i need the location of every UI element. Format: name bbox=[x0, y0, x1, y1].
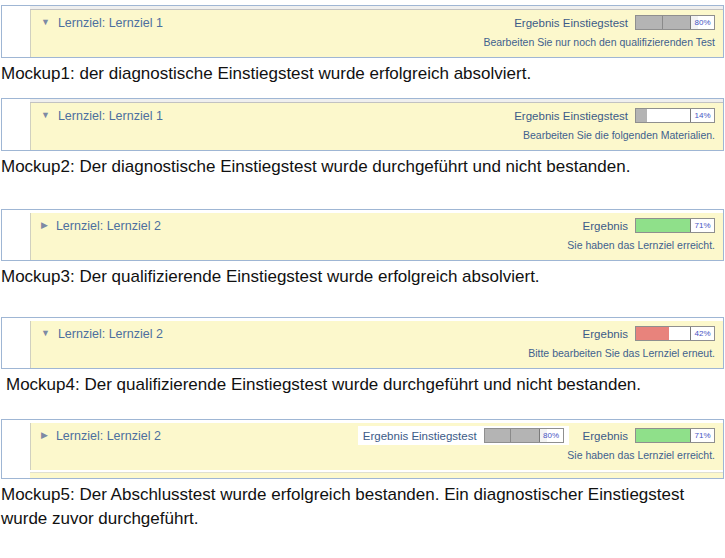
expand-triangle-icon[interactable]: ▶ bbox=[41, 431, 48, 440]
lernziel-header-row: ▼ Lernziel: Lernziel 1 Ergebnis Einstieg… bbox=[41, 106, 715, 125]
lernziel-panel-2: ▼ Lernziel: Lernziel 1 Ergebnis Einstieg… bbox=[1, 98, 724, 151]
lernziel-row: ▼ Lernziel: Lernziel 1 Ergebnis Einstieg… bbox=[30, 103, 723, 150]
result-bar-group: Ergebnis 71% bbox=[583, 428, 715, 443]
lernziel-header-row: ▼ Lernziel: Lernziel 1 Ergebnis Einstieg… bbox=[41, 13, 715, 32]
progress-value: 42% bbox=[690, 327, 714, 340]
lernziel-panel-3: ▶ Lernziel: Lernziel 2 Ergebnis 71% Sie … bbox=[1, 209, 724, 261]
mockup-caption: Mockup3: Der qualifizierende Einstiegste… bbox=[1, 265, 703, 289]
lernziel-title-link[interactable]: Lernziel: Lernziel 1 bbox=[58, 16, 163, 30]
expand-triangle-icon[interactable]: ▼ bbox=[41, 111, 50, 120]
lernziel-header-row: ▼ Lernziel: Lernziel 2 Ergebnis 42% bbox=[41, 324, 715, 343]
lernziel-title-link[interactable]: Lernziel: Lernziel 2 bbox=[56, 219, 161, 233]
status-message: Sie haben das Lernziel erreicht. bbox=[41, 449, 715, 462]
progress-fill bbox=[636, 109, 647, 122]
progress-bar: 71% bbox=[635, 428, 715, 443]
einstiegstest-bar-group: Ergebnis Einstiegstest 80% bbox=[358, 426, 569, 445]
lernziel-row: ▶ Lernziel: Lernziel 2 Ergebnis Einstieg… bbox=[30, 423, 723, 470]
lernziel-panel-1: ▼ Lernziel: Lernziel 1 Ergebnis Einstieg… bbox=[1, 5, 724, 58]
result-bar-group: Ergebnis Einstiegstest 14% bbox=[514, 108, 715, 123]
expand-triangle-icon[interactable]: ▶ bbox=[41, 221, 48, 230]
progress-fill bbox=[636, 327, 669, 340]
result-bar-group: Ergebnis Einstiegstest 80% bbox=[514, 15, 715, 30]
progress-bar: 14% bbox=[635, 108, 715, 123]
lernziel-header-row: ▶ Lernziel: Lernziel 2 Ergebnis Einstieg… bbox=[41, 426, 715, 445]
progress-bar: 71% bbox=[635, 218, 715, 233]
threshold-marker bbox=[662, 16, 663, 29]
mockup-caption: Mockup1: der diagnostische Einstiegstest… bbox=[1, 62, 703, 86]
status-message: Bitte bearbeiten Sie das Lernziel erneut… bbox=[41, 347, 715, 360]
lernziel-title-link[interactable]: Lernziel: Lernziel 2 bbox=[56, 429, 161, 443]
progress-bar: 42% bbox=[635, 326, 715, 341]
lernziel-header-row: ▶ Lernziel: Lernziel 2 Ergebnis 71% bbox=[41, 216, 715, 235]
result-label: Ergebnis bbox=[583, 430, 628, 442]
lernziel-row: ▼ Lernziel: Lernziel 1 Ergebnis Einstieg… bbox=[30, 10, 723, 57]
lernziel-row: ▼ Lernziel: Lernziel 2 Ergebnis 42% Bitt… bbox=[30, 321, 723, 368]
status-message: Sie haben das Lernziel erreicht. bbox=[41, 239, 715, 252]
result-label: Ergebnis Einstiegstest bbox=[363, 430, 477, 442]
lernziel-title-link[interactable]: Lernziel: Lernziel 2 bbox=[58, 327, 163, 341]
lernziel-panel-5: ▶ Lernziel: Lernziel 2 Ergebnis Einstieg… bbox=[1, 419, 724, 479]
crop-sliver bbox=[30, 472, 723, 478]
progress-fill bbox=[636, 429, 691, 442]
result-label: Ergebnis bbox=[583, 328, 628, 340]
status-message: Bearbeiten Sie die folgenden Materialien… bbox=[41, 129, 715, 142]
result-bar-group: Ergebnis 71% bbox=[583, 218, 715, 233]
result-label: Ergebnis Einstiegstest bbox=[514, 110, 628, 122]
lernziel-title-link[interactable]: Lernziel: Lernziel 1 bbox=[58, 109, 163, 123]
progress-value: 80% bbox=[690, 16, 714, 29]
result-label: Ergebnis Einstiegstest bbox=[514, 17, 628, 29]
progress-value: 14% bbox=[690, 109, 714, 122]
progress-value: 80% bbox=[539, 429, 563, 442]
document-page: ▼ Lernziel: Lernziel 1 Ergebnis Einstieg… bbox=[0, 0, 725, 531]
lernziel-panel-4: ▼ Lernziel: Lernziel 2 Ergebnis 42% Bitt… bbox=[1, 317, 724, 369]
expand-triangle-icon[interactable]: ▼ bbox=[41, 329, 50, 338]
threshold-marker bbox=[510, 429, 511, 442]
mockup-caption: Mockup5: Der Abschlusstest wurde erfolgr… bbox=[1, 483, 703, 531]
expand-triangle-icon[interactable]: ▼ bbox=[41, 18, 50, 27]
result-bar-group: Ergebnis 42% bbox=[583, 326, 715, 341]
lernziel-row: ▶ Lernziel: Lernziel 2 Ergebnis 71% Sie … bbox=[30, 213, 723, 260]
mockup-caption: Mockup4: Der qualifizierende Einstiegste… bbox=[1, 373, 708, 397]
mockup-caption: Mockup2: Der diagnostische Einstiegstest… bbox=[1, 155, 703, 179]
status-message: Bearbeiten Sie nur noch den qualifiziere… bbox=[41, 36, 715, 49]
progress-value: 71% bbox=[690, 219, 714, 232]
progress-bar: 80% bbox=[484, 428, 564, 443]
progress-fill bbox=[636, 219, 691, 232]
progress-bar: 80% bbox=[635, 15, 715, 30]
progress-value: 71% bbox=[690, 429, 714, 442]
result-label: Ergebnis bbox=[583, 220, 628, 232]
